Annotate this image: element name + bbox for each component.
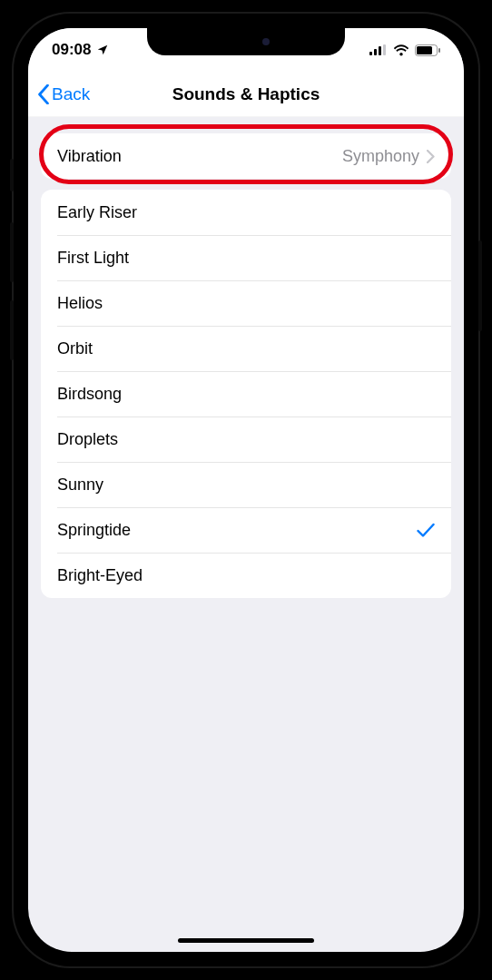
notch <box>147 28 345 55</box>
page-title: Sounds & Haptics <box>172 84 320 104</box>
location-icon <box>96 44 109 56</box>
home-indicator[interactable] <box>178 938 314 943</box>
screen: 09:08 <box>28 28 464 952</box>
status-left: 09:08 <box>52 41 109 59</box>
front-camera-icon <box>262 38 270 45</box>
sound-label: Orbit <box>57 339 93 358</box>
vibration-value: Symphony <box>342 147 419 166</box>
battery-icon <box>415 44 440 56</box>
svg-rect-2 <box>379 46 381 55</box>
sound-label: Droplets <box>57 430 118 449</box>
back-button[interactable]: Back <box>37 84 90 104</box>
chevron-right-icon <box>427 150 435 163</box>
sound-row[interactable]: Bright-Eyed <box>41 553 451 598</box>
cellular-icon <box>369 44 388 55</box>
sound-row[interactable]: First Light <box>41 235 451 280</box>
sound-row[interactable]: Orbit <box>41 326 451 371</box>
side-button <box>478 240 482 331</box>
vibration-label: Vibration <box>57 147 122 166</box>
phone-frame: 09:08 <box>14 14 478 966</box>
sound-label: Springtide <box>57 521 131 540</box>
sound-row[interactable]: Sunny <box>41 462 451 507</box>
sound-label: First Light <box>57 249 129 268</box>
sound-label: Sunny <box>57 475 103 495</box>
svg-rect-6 <box>417 46 432 54</box>
back-label: Back <box>52 84 90 104</box>
nav-bar: Back Sounds & Haptics <box>28 72 464 117</box>
volume-up-button <box>10 222 14 282</box>
svg-rect-5 <box>438 48 440 53</box>
status-time: 09:08 <box>52 41 91 59</box>
sound-label: Early Riser <box>57 203 137 222</box>
svg-rect-3 <box>383 44 386 55</box>
sound-row[interactable]: Birdsong <box>41 371 451 416</box>
volume-down-button <box>10 300 14 360</box>
content: Vibration Symphony Early RiserFirst Ligh… <box>28 117 464 598</box>
status-right <box>369 44 440 56</box>
sound-label: Bright-Eyed <box>57 566 143 585</box>
svg-rect-0 <box>369 52 372 55</box>
sound-row[interactable]: Springtide <box>41 507 451 553</box>
chevron-left-icon <box>37 84 50 104</box>
ringer-switch <box>10 159 14 191</box>
wifi-icon <box>393 44 409 56</box>
svg-rect-1 <box>374 49 377 55</box>
vibration-group: Vibration Symphony <box>41 133 451 179</box>
sound-row[interactable]: Droplets <box>41 416 451 462</box>
sounds-group: Early RiserFirst LightHeliosOrbitBirdson… <box>41 190 451 598</box>
sound-label: Birdsong <box>57 385 122 404</box>
checkmark-icon <box>417 523 435 538</box>
sound-row[interactable]: Early Riser <box>41 190 451 235</box>
sound-row[interactable]: Helios <box>41 280 451 326</box>
sound-label: Helios <box>57 294 103 313</box>
vibration-row[interactable]: Vibration Symphony <box>41 133 451 179</box>
